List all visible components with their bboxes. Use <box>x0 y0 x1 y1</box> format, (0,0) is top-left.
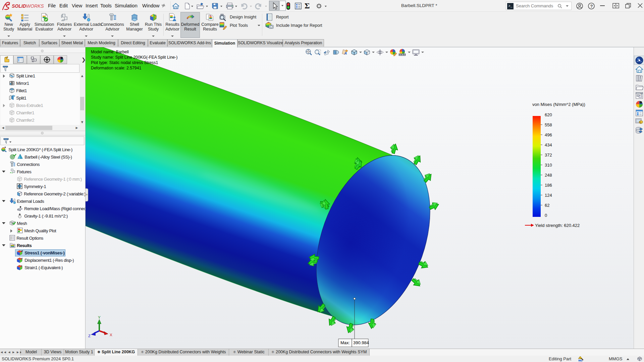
svg-text:A: A <box>344 51 347 55</box>
svg-text:124: 124 <box>545 193 552 198</box>
svg-text:434: 434 <box>545 142 552 147</box>
svg-text:T: T <box>640 93 642 96</box>
svg-text:62: 62 <box>545 203 549 208</box>
svg-text:von Mises (N/mm^2 (MPa)): von Mises (N/mm^2 (MPa)) <box>532 102 585 107</box>
svg-text:Y: Y <box>98 315 101 319</box>
svg-text:X: X <box>110 333 112 337</box>
svg-text:186: 186 <box>545 183 552 188</box>
svg-text:310: 310 <box>545 163 552 168</box>
svg-text:248: 248 <box>545 173 552 178</box>
svg-text:Yield strength: 620.422: Yield strength: 620.422 <box>535 223 580 228</box>
svg-text:390.984: 390.984 <box>353 340 369 345</box>
svg-text:558: 558 <box>545 122 552 127</box>
svg-text:!: ! <box>580 357 580 359</box>
svg-text:Z: Z <box>88 334 91 338</box>
svg-text:Max:: Max: <box>340 340 350 345</box>
svg-text:u: u <box>21 257 23 260</box>
svg-text:0: 0 <box>545 213 547 218</box>
svg-text:σ: σ <box>21 249 23 252</box>
svg-text:SOLIDWORKS: SOLIDWORKS <box>12 3 44 9</box>
svg-text:?: ? <box>209 15 212 19</box>
svg-text:372: 372 <box>545 153 552 158</box>
svg-text:620: 620 <box>545 112 552 117</box>
svg-text:?: ? <box>590 4 593 9</box>
svg-text:496: 496 <box>545 132 552 137</box>
